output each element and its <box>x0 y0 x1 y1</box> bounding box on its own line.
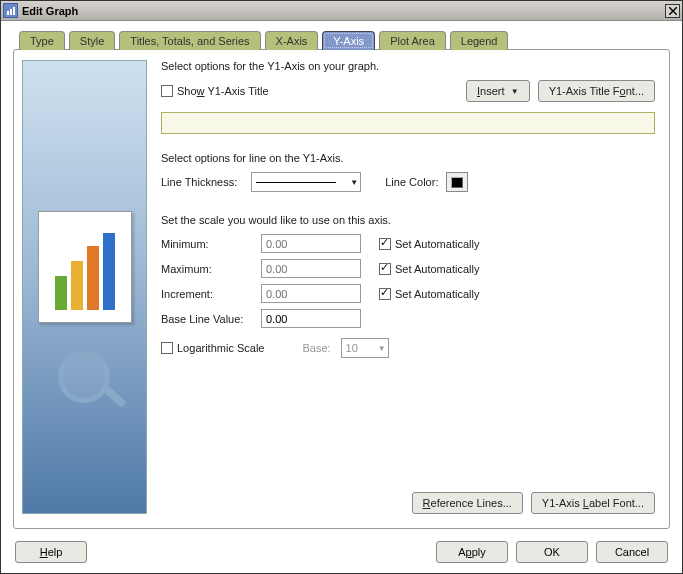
scale-intro-text: Set the scale you would like to use on t… <box>161 214 655 226</box>
chevron-down-icon: ▼ <box>350 178 358 187</box>
reference-lines-button[interactable]: Reference Lines... <box>412 492 523 514</box>
baseline-input[interactable] <box>261 309 361 328</box>
svg-rect-0 <box>7 11 9 15</box>
dialog-footer: Help Apply OK Cancel <box>1 535 682 573</box>
tab-style[interactable]: Style <box>69 31 115 50</box>
minimum-auto-checkbox[interactable] <box>379 238 391 250</box>
cancel-button[interactable]: Cancel <box>596 541 668 563</box>
line-thickness-dropdown[interactable]: ▼ <box>251 172 361 192</box>
sidebar-illustration <box>22 60 147 514</box>
titlebar: Edit Graph <box>1 1 682 21</box>
maximum-label: Maximum: <box>161 263 261 275</box>
label-font-button[interactable]: Y1-Axis Label Font... <box>531 492 655 514</box>
tab-titles[interactable]: Titles, Totals, and Series <box>119 31 260 50</box>
tab-panel: Select options for the Y1-Axis on your g… <box>13 49 670 529</box>
tab-legend[interactable]: Legend <box>450 31 509 50</box>
increment-auto-checkbox[interactable] <box>379 288 391 300</box>
svg-rect-2 <box>13 7 15 15</box>
maximum-input[interactable] <box>261 259 361 278</box>
app-icon <box>3 3 18 18</box>
tab-xaxis[interactable]: X-Axis <box>265 31 319 50</box>
axis-title-input[interactable] <box>161 112 655 134</box>
increment-label: Increment: <box>161 288 261 300</box>
minimum-auto-label: Set Automatically <box>395 238 479 250</box>
minimum-label: Minimum: <box>161 238 261 250</box>
tab-bar: Type Style Titles, Totals, and Series X-… <box>19 31 670 50</box>
line-color-picker[interactable] <box>446 172 468 192</box>
tab-plot[interactable]: Plot Area <box>379 31 446 50</box>
base-label: Base: <box>302 342 330 354</box>
line-color-label: Line Color: <box>385 176 438 188</box>
minimum-input[interactable] <box>261 234 361 253</box>
window-title: Edit Graph <box>22 5 665 17</box>
yaxis-form: Select options for the Y1-Axis on your g… <box>161 60 655 514</box>
base-dropdown[interactable]: 10 ▼ <box>341 338 389 358</box>
log-scale-checkbox[interactable] <box>161 342 173 354</box>
intro-text: Select options for the Y1-Axis on your g… <box>161 60 655 72</box>
line-intro-text: Select options for line on the Y1-Axis. <box>161 152 655 164</box>
maximum-auto-checkbox[interactable] <box>379 263 391 275</box>
maximum-auto-label: Set Automatically <box>395 263 479 275</box>
ok-button[interactable]: OK <box>516 541 588 563</box>
edit-graph-dialog: Edit Graph Type Style Titles, Totals, an… <box>0 0 683 574</box>
close-button[interactable] <box>665 4 680 18</box>
increment-auto-label: Set Automatically <box>395 288 479 300</box>
baseline-label: Base Line Value: <box>161 313 261 325</box>
show-title-label: Show Y1-Axis Title <box>177 85 269 97</box>
tab-type[interactable]: Type <box>19 31 65 50</box>
help-button[interactable]: Help <box>15 541 87 563</box>
apply-button[interactable]: Apply <box>436 541 508 563</box>
title-font-button[interactable]: Y1-Axis Title Font... <box>538 80 655 102</box>
chevron-down-icon: ▼ <box>378 344 386 353</box>
log-scale-label: Logarithmic Scale <box>177 342 264 354</box>
base-value: 10 <box>346 342 358 354</box>
close-icon <box>669 7 677 15</box>
line-thickness-label: Line Thickness: <box>161 176 237 188</box>
show-title-checkbox[interactable] <box>161 85 173 97</box>
insert-button[interactable]: Insert ▼ <box>466 80 530 102</box>
tab-yaxis[interactable]: Y-Axis <box>322 31 375 50</box>
svg-rect-1 <box>10 9 12 15</box>
increment-input[interactable] <box>261 284 361 303</box>
color-swatch-icon <box>451 177 463 188</box>
line-thickness-preview <box>256 182 336 183</box>
